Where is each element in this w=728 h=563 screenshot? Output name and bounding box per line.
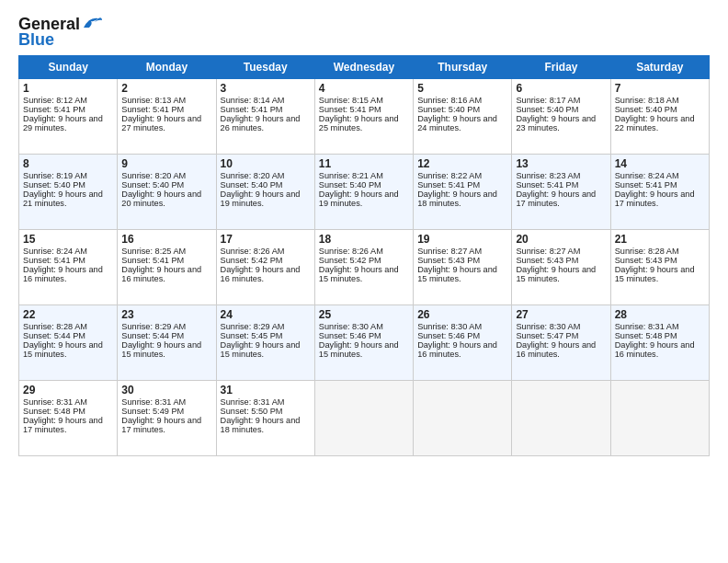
calendar-cell: 29Sunrise: 8:31 AMSunset: 5:48 PMDayligh…: [19, 381, 118, 456]
sunrise-text: Sunrise: 8:30 AM: [417, 322, 482, 331]
calendar-row: 1Sunrise: 8:12 AMSunset: 5:41 PMDaylight…: [19, 79, 710, 155]
sunset-text: Sunset: 5:42 PM: [221, 256, 283, 265]
day-number: 16: [121, 233, 211, 246]
calendar-cell: 19Sunrise: 8:27 AMSunset: 5:43 PMDayligh…: [414, 230, 512, 305]
day-number: 1: [23, 82, 113, 95]
daylight-text: Daylight: 9 hours and 17 minutes.: [23, 416, 103, 434]
sunrise-text: Sunrise: 8:31 AM: [615, 322, 679, 331]
daylight-text: Daylight: 9 hours and 21 minutes.: [23, 190, 103, 208]
day-number: 8: [23, 157, 113, 170]
day-number: 31: [221, 384, 311, 396]
sunrise-text: Sunrise: 8:30 AM: [319, 322, 383, 331]
sunset-text: Sunset: 5:43 PM: [516, 256, 578, 265]
day-number: 6: [516, 82, 606, 95]
logo-bird-icon: [82, 15, 102, 31]
sunset-text: Sunset: 5:41 PM: [121, 256, 184, 265]
day-number: 18: [319, 233, 409, 246]
daylight-text: Daylight: 9 hours and 18 minutes.: [221, 416, 301, 434]
sunset-text: Sunset: 5:41 PM: [221, 105, 283, 114]
daylight-text: Daylight: 9 hours and 24 minutes.: [417, 114, 497, 132]
sunset-text: Sunset: 5:40 PM: [516, 105, 578, 114]
calendar-cell: 5Sunrise: 8:16 AMSunset: 5:40 PMDaylight…: [414, 79, 512, 155]
calendar-cell: 26Sunrise: 8:30 AMSunset: 5:46 PMDayligh…: [414, 305, 512, 381]
daylight-text: Daylight: 9 hours and 15 minutes.: [516, 265, 596, 283]
sunset-text: Sunset: 5:41 PM: [417, 180, 480, 190]
calendar-cell: 23Sunrise: 8:29 AMSunset: 5:44 PMDayligh…: [118, 305, 216, 381]
calendar-cell: 18Sunrise: 8:26 AMSunset: 5:42 PMDayligh…: [314, 230, 413, 305]
sunset-text: Sunset: 5:40 PM: [221, 180, 283, 190]
daylight-text: Daylight: 9 hours and 16 minutes.: [516, 340, 596, 359]
daylight-text: Daylight: 9 hours and 16 minutes.: [417, 340, 497, 359]
weekday-saturday: Saturday: [610, 56, 709, 79]
calendar-row: 8Sunrise: 8:19 AMSunset: 5:40 PMDaylight…: [19, 155, 710, 230]
day-number: 24: [221, 308, 311, 321]
logo: General Blue: [18, 15, 102, 50]
sunrise-text: Sunrise: 8:15 AM: [319, 96, 383, 105]
calendar-cell: 16Sunrise: 8:25 AMSunset: 5:41 PMDayligh…: [118, 230, 216, 305]
sunset-text: Sunset: 5:46 PM: [417, 331, 480, 340]
sunrise-text: Sunrise: 8:26 AM: [319, 247, 383, 256]
weekday-tuesday: Tuesday: [216, 56, 314, 79]
calendar-cell: 4Sunrise: 8:15 AMSunset: 5:41 PMDaylight…: [314, 79, 413, 155]
daylight-text: Daylight: 9 hours and 15 minutes.: [23, 340, 103, 359]
daylight-text: Daylight: 9 hours and 16 minutes.: [221, 265, 301, 283]
sunrise-text: Sunrise: 8:31 AM: [221, 397, 285, 407]
weekday-friday: Friday: [512, 56, 610, 79]
sunset-text: Sunset: 5:40 PM: [319, 180, 381, 190]
day-number: 9: [121, 157, 211, 170]
day-number: 5: [417, 82, 507, 95]
calendar-cell: 11Sunrise: 8:21 AMSunset: 5:40 PMDayligh…: [314, 155, 413, 230]
sunset-text: Sunset: 5:41 PM: [516, 180, 578, 190]
sunrise-text: Sunrise: 8:20 AM: [121, 171, 186, 180]
day-number: 19: [417, 233, 507, 246]
calendar-cell: 20Sunrise: 8:27 AMSunset: 5:43 PMDayligh…: [512, 230, 610, 305]
sunset-text: Sunset: 5:40 PM: [615, 105, 677, 114]
weekday-sunday: Sunday: [19, 56, 118, 79]
daylight-text: Daylight: 9 hours and 20 minutes.: [121, 190, 201, 208]
calendar-row: 22Sunrise: 8:28 AMSunset: 5:44 PMDayligh…: [19, 305, 710, 381]
day-number: 13: [516, 157, 606, 170]
sunrise-text: Sunrise: 8:21 AM: [319, 171, 383, 180]
sunrise-text: Sunrise: 8:27 AM: [417, 247, 482, 256]
page: General Blue SundayMondayTuesdayWednesda…: [0, 0, 728, 563]
daylight-text: Daylight: 9 hours and 17 minutes.: [516, 190, 596, 208]
sunrise-text: Sunrise: 8:29 AM: [121, 322, 186, 331]
sunrise-text: Sunrise: 8:19 AM: [23, 171, 87, 180]
sunset-text: Sunset: 5:40 PM: [417, 105, 480, 114]
calendar-cell: 2Sunrise: 8:13 AMSunset: 5:41 PMDaylight…: [118, 79, 216, 155]
day-number: 4: [319, 82, 409, 95]
sunset-text: Sunset: 5:40 PM: [23, 180, 85, 190]
day-number: 25: [319, 308, 409, 321]
daylight-text: Daylight: 9 hours and 15 minutes.: [319, 265, 399, 283]
sunrise-text: Sunrise: 8:27 AM: [516, 247, 580, 256]
calendar-cell: 31Sunrise: 8:31 AMSunset: 5:50 PMDayligh…: [216, 381, 314, 456]
day-number: 2: [121, 82, 211, 95]
day-number: 15: [23, 233, 113, 246]
sunset-text: Sunset: 5:41 PM: [23, 105, 85, 114]
sunrise-text: Sunrise: 8:23 AM: [516, 171, 580, 180]
calendar-cell: 9Sunrise: 8:20 AMSunset: 5:40 PMDaylight…: [118, 155, 216, 230]
daylight-text: Daylight: 9 hours and 23 minutes.: [516, 114, 596, 132]
sunset-text: Sunset: 5:41 PM: [121, 105, 184, 114]
daylight-text: Daylight: 9 hours and 16 minutes.: [615, 340, 695, 359]
header: General Blue: [18, 15, 710, 50]
sunrise-text: Sunrise: 8:22 AM: [417, 171, 482, 180]
day-number: 14: [615, 157, 705, 170]
sunset-text: Sunset: 5:49 PM: [121, 407, 184, 416]
sunrise-text: Sunrise: 8:24 AM: [615, 171, 679, 180]
sunset-text: Sunset: 5:43 PM: [615, 256, 677, 265]
day-number: 29: [23, 384, 113, 396]
sunset-text: Sunset: 5:44 PM: [23, 331, 85, 340]
calendar-cell: 25Sunrise: 8:30 AMSunset: 5:46 PMDayligh…: [314, 305, 413, 381]
weekday-wednesday: Wednesday: [314, 56, 413, 79]
calendar-cell: [314, 381, 413, 456]
sunset-text: Sunset: 5:45 PM: [221, 331, 283, 340]
calendar-cell: 24Sunrise: 8:29 AMSunset: 5:45 PMDayligh…: [216, 305, 314, 381]
day-number: 11: [319, 157, 409, 170]
calendar-cell: [512, 381, 610, 456]
sunrise-text: Sunrise: 8:12 AM: [23, 96, 87, 105]
weekday-monday: Monday: [118, 56, 216, 79]
sunrise-text: Sunrise: 8:14 AM: [221, 96, 285, 105]
day-number: 28: [615, 308, 705, 321]
sunset-text: Sunset: 5:44 PM: [121, 331, 184, 340]
